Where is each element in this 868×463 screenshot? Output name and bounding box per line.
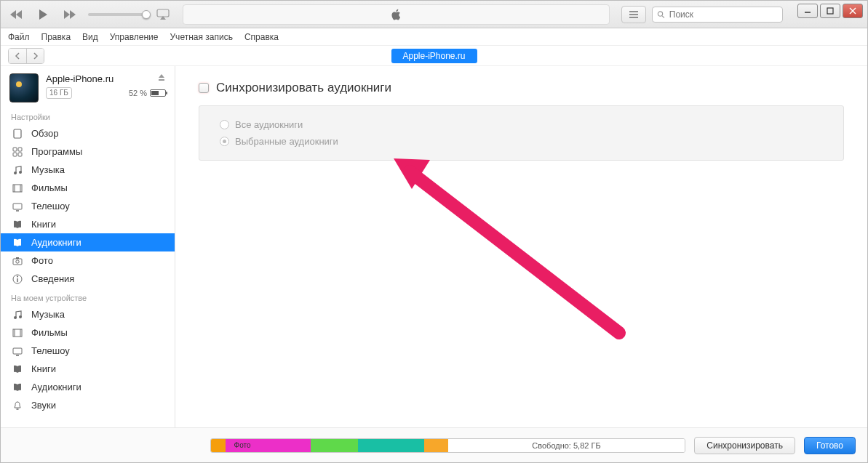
annotation-arrow bbox=[394, 158, 634, 350]
book-icon bbox=[11, 364, 24, 374]
ondevice-item-music[interactable]: Музыка bbox=[1, 305, 175, 323]
nav-forward-button[interactable] bbox=[26, 49, 44, 63]
sidebar-item-label: Книги bbox=[31, 219, 56, 230]
sync-checkbox[interactable] bbox=[199, 83, 209, 93]
svg-rect-10 bbox=[159, 79, 164, 81]
camera-icon bbox=[11, 256, 24, 266]
sidebar-item-info[interactable]: Сведения bbox=[1, 270, 175, 288]
tv-icon bbox=[11, 346, 24, 356]
menu-view[interactable]: Вид bbox=[82, 32, 98, 42]
list-view-button[interactable] bbox=[621, 6, 646, 23]
svg-rect-15 bbox=[18, 153, 22, 156]
tablet-icon bbox=[11, 129, 24, 139]
capacity-bar: Фото Свободно: 5,82 ГБ bbox=[210, 438, 685, 453]
sidebar-item-tvshows[interactable]: Телешоу bbox=[1, 197, 175, 215]
film-icon bbox=[11, 183, 24, 193]
menubar: Файл Правка Вид Управление Учетная запис… bbox=[1, 28, 867, 46]
footer: Фото Свободно: 5,82 ГБ Синхронизировать … bbox=[1, 427, 867, 462]
svg-marker-37 bbox=[394, 158, 430, 189]
capacity-segment bbox=[211, 439, 226, 452]
menu-edit[interactable]: Правка bbox=[41, 32, 71, 42]
sidebar-item-label: Музыка bbox=[31, 164, 65, 175]
menu-file[interactable]: Файл bbox=[8, 32, 30, 42]
tv-icon bbox=[11, 201, 24, 212]
sidebar-item-movies[interactable]: Фильмы bbox=[1, 179, 175, 197]
svg-point-30 bbox=[19, 315, 22, 318]
radio-label: Выбранные аудиокниги bbox=[235, 136, 338, 147]
minimize-button[interactable] bbox=[797, 4, 818, 18]
apple-logo-icon bbox=[390, 8, 403, 21]
sidebar-item-label: Аудиокниги bbox=[31, 237, 81, 248]
sync-title: Синхронизировать аудиокниги bbox=[216, 81, 391, 95]
toolbar bbox=[1, 1, 867, 28]
window-controls bbox=[797, 4, 863, 18]
radio-all-audiobooks: Все аудиокниги bbox=[220, 116, 823, 133]
sidebar-item-music[interactable]: Музыка bbox=[1, 161, 175, 179]
capacity-segment-label: Фото bbox=[234, 441, 251, 449]
svg-rect-14 bbox=[13, 153, 17, 156]
sidebar-item-label: Фильмы bbox=[31, 182, 68, 193]
next-track-button[interactable] bbox=[59, 6, 79, 23]
sidebar: Apple-iPhone.ru 16 ГБ 52 % Настройки Об bbox=[1, 66, 175, 462]
device-tab[interactable]: Apple-iPhone.ru bbox=[391, 49, 477, 63]
section-header-ondevice: На моем устройстве bbox=[1, 288, 175, 305]
capacity-segment bbox=[358, 439, 424, 452]
sidebar-item-label: Аудиокниги bbox=[31, 382, 81, 392]
sidebar-item-label: Звуки bbox=[31, 400, 56, 411]
sidebar-item-photos[interactable]: Фото bbox=[1, 251, 175, 270]
music-icon bbox=[11, 310, 24, 320]
sidebar-item-label: Фото bbox=[31, 255, 53, 266]
content-pane: Синхронизировать аудиокниги Все аудиокни… bbox=[175, 66, 867, 462]
section-header-settings: Настройки bbox=[1, 107, 175, 124]
search-icon bbox=[657, 10, 665, 19]
play-button[interactable] bbox=[33, 6, 53, 23]
sync-options-panel: Все аудиокниги Выбранные аудиокниги bbox=[199, 105, 844, 161]
ondevice-item-movies[interactable]: Фильмы bbox=[1, 323, 175, 342]
svg-rect-25 bbox=[16, 257, 19, 259]
sidebar-item-books[interactable]: Книги bbox=[1, 215, 175, 233]
nav-back-button[interactable] bbox=[9, 49, 26, 63]
device-battery: 52 % bbox=[129, 89, 166, 97]
sidebar-item-label: Книги bbox=[31, 363, 56, 374]
audiobook-icon bbox=[11, 382, 24, 392]
status-lcd bbox=[183, 4, 610, 25]
svg-line-38 bbox=[410, 172, 619, 333]
menu-manage[interactable]: Управление bbox=[110, 32, 159, 42]
done-button[interactable]: Готово bbox=[804, 437, 856, 454]
svg-rect-13 bbox=[18, 148, 22, 151]
info-icon bbox=[11, 274, 24, 284]
capacity-segment bbox=[311, 439, 358, 452]
ondevice-item-sounds[interactable]: Звуки bbox=[1, 396, 175, 414]
device-header: Apple-iPhone.ru 16 ГБ 52 % bbox=[1, 66, 175, 107]
maximize-button[interactable] bbox=[820, 4, 840, 18]
ondevice-item-audiobooks[interactable]: Аудиокниги bbox=[1, 378, 175, 396]
close-button[interactable] bbox=[843, 4, 863, 18]
radio-icon bbox=[220, 120, 229, 129]
volume-slider[interactable] bbox=[88, 13, 145, 16]
search-field[interactable] bbox=[652, 7, 783, 23]
svg-rect-4 bbox=[157, 9, 169, 17]
previous-track-button[interactable] bbox=[7, 6, 27, 23]
airplay-button[interactable] bbox=[154, 5, 172, 24]
svg-point-8 bbox=[658, 11, 662, 15]
menu-help[interactable]: Справка bbox=[244, 32, 279, 42]
ondevice-item-books[interactable]: Книги bbox=[1, 360, 175, 378]
sidebar-item-overview[interactable]: Обзор bbox=[1, 124, 175, 142]
music-icon bbox=[11, 165, 24, 175]
radio-icon bbox=[220, 137, 229, 146]
capacity-segment-photos: Фото bbox=[226, 439, 311, 452]
svg-point-16 bbox=[14, 172, 17, 174]
sync-header: Синхронизировать аудиокниги bbox=[199, 81, 844, 95]
sidebar-item-audiobooks[interactable]: Аудиокниги bbox=[1, 233, 175, 251]
svg-point-28 bbox=[17, 275, 18, 277]
sync-button[interactable]: Синхронизировать bbox=[694, 437, 795, 454]
capacity-segment bbox=[424, 439, 448, 452]
device-name: Apple-iPhone.ru bbox=[46, 73, 114, 84]
device-thumbnail bbox=[9, 73, 39, 102]
ondevice-item-tvshows[interactable]: Телешоу bbox=[1, 342, 175, 360]
search-input[interactable] bbox=[669, 9, 778, 20]
menu-account[interactable]: Учетная запись bbox=[170, 32, 233, 42]
eject-button[interactable] bbox=[157, 73, 166, 84]
sidebar-item-label: Сведения bbox=[31, 273, 74, 284]
sidebar-item-apps[interactable]: Программы bbox=[1, 142, 175, 161]
